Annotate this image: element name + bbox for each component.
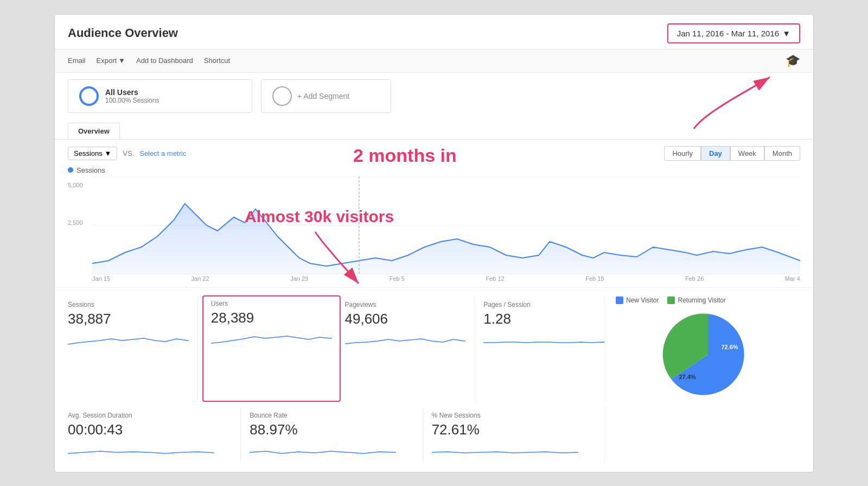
metric-selector: Sessions ▼ VS. Select a metric [68,147,186,160]
vs-label: VS. [123,149,134,157]
export-button[interactable]: Export ▼ [97,56,125,65]
stat-pages-session-value: 1.28 [483,311,604,327]
stats-row-2: Avg. Session Duration 00:00:43 Bounce Ra… [55,401,813,472]
stat-new-sessions-label: % New Sessions [432,412,596,419]
stat-bounce-rate-label: Bounce Rate [250,412,413,419]
y-axis-top: 5,000 [68,182,92,188]
all-users-segment: All Users 100.00% Sessions [68,79,252,113]
legend-returning-visitor-label: Returning Visitor [678,296,726,304]
stat-sessions-sparkline [68,331,189,347]
segments-row: All Users 100.00% Sessions + Add Segment [55,73,813,119]
date-range-label: Jan 11, 2016 - Mar 11, 2016 [677,29,779,38]
add-to-dashboard-button[interactable]: Add to Dashboard [136,56,193,65]
stat-pageviews-label: Pageviews [345,301,466,308]
month-btn[interactable]: Month [764,146,800,161]
stat-bounce-rate-sparkline [250,441,413,457]
stat-bounce-rate-value: 88.97% [250,421,413,438]
stat-pageviews-value: 49,606 [345,311,466,327]
pie-label-returning: 27.4% [679,374,695,380]
page-title: Audience Overview [68,26,178,40]
segment-sub: 100.00% Sessions [105,97,159,104]
segment-circle [79,86,99,106]
sessions-legend-dot [68,167,73,173]
stat-pageviews: Pageviews 49,606 [345,296,475,401]
date-range-arrow: ▼ [782,29,790,38]
add-segment-circle [272,86,292,106]
overview-tab[interactable]: Overview [68,123,120,139]
pie-chart-container: 72.6% 27.4% [616,308,800,401]
chart-canvas: ▼ [92,176,800,274]
stat-sessions-label: Sessions [68,301,189,308]
stat-users-value: 28,389 [211,310,332,326]
chart-with-yaxis: 5,000 2,500 0 [68,176,800,274]
hourly-btn[interactable]: Hourly [664,146,701,161]
sessions-legend-label: Sessions [76,166,105,174]
stat-pages-session-sparkline [483,331,604,347]
chart-area: Sessions ▼ VS. Select a metric Hourly Da… [55,139,813,282]
stat-avg-session-label: Avg. Session Duration [68,412,232,419]
toolbar: Email Export ▼ Add to Dashboard Shortcut… [55,49,813,73]
stat-pages-session: Pages / Session 1.28 [475,296,605,401]
x-label-jan29: Jan 29 [290,275,308,282]
day-btn[interactable]: Day [701,146,730,161]
main-container: Audience Overview Jan 11, 2016 - Mar 11,… [54,14,814,472]
stat-bounce-rate: Bounce Rate 88.97% [241,407,423,463]
legend-new-visitor: New Visitor [616,296,659,304]
stat-avg-session-sparkline [68,441,232,457]
x-label-mar4: Mar 4 [785,275,800,282]
chart-controls: Sessions ▼ VS. Select a metric Hourly Da… [68,146,800,161]
shortcut-button[interactable]: Shortcut [204,56,230,65]
legend-new-visitor-swatch [616,296,623,304]
segment-info: All Users 100.00% Sessions [105,88,159,104]
add-segment-label: + Add Segment [297,92,349,100]
email-button[interactable]: Email [68,56,86,65]
stat-sessions: Sessions 38,887 [68,296,198,401]
metric-arrow: ▼ [104,149,111,157]
stat-avg-session: Avg. Session Duration 00:00:43 [68,407,241,463]
date-range-button[interactable]: Jan 11, 2016 - Mar 11, 2016 ▼ [667,23,800,43]
x-label-jan22: Jan 22 [192,275,209,282]
sessions-legend: Sessions [68,166,800,174]
graduate-icon[interactable]: 🎓 [786,54,800,68]
chart-area-fill [92,204,800,274]
chart-svg: ▼ [92,176,800,274]
x-label-jan15: Jan 15 [92,275,110,282]
stat-sessions-value: 38,887 [68,311,189,327]
sessions-dropdown[interactable]: Sessions ▼ [68,147,117,160]
stat-pageviews-sparkline [345,331,466,347]
y-axis: 5,000 2,500 0 [68,176,92,274]
stat-users-label: Users [211,300,332,307]
x-label-feb12: Feb 12 [486,275,504,282]
add-segment-button[interactable]: + Add Segment [261,79,391,113]
pie-label-new: 72.6% [721,344,738,350]
time-buttons-group: Hourly Day Week Month [664,146,800,161]
x-label-feb26: Feb 26 [685,275,704,282]
stat-new-sessions-sparkline [432,441,596,457]
select-metric-link[interactable]: Select a metric [139,149,186,157]
stat-new-sessions: % New Sessions 72.61% [423,407,605,463]
legend-returning-visitor: Returning Visitor [667,296,726,304]
stat-pages-session-label: Pages / Session [483,301,604,308]
stat-filler [605,407,800,463]
stat-new-sessions-value: 72.61% [432,421,596,438]
legend-returning-visitor-swatch [667,296,675,304]
stat-avg-session-value: 00:00:43 [68,421,232,438]
stat-users-highlighted: Users 28,389 [202,295,341,402]
pie-chart-svg: 72.6% 27.4% [654,308,762,401]
x-label-feb5: Feb 5 [390,275,405,282]
export-arrow: ▼ [118,56,125,65]
stat-users-sparkline [211,330,332,346]
week-btn[interactable]: Week [730,146,764,161]
legend-new-visitor-label: New Visitor [626,296,659,304]
x-label-feb19: Feb 19 [585,275,604,282]
header: Audience Overview Jan 11, 2016 - Mar 11,… [55,15,813,49]
x-axis-labels: Jan 15 Jan 22 Jan 29 Feb 5 Feb 12 Feb 19… [68,274,800,282]
pie-chart-area: New Visitor Returning Visitor 72.6% [605,296,800,401]
stats-row-1: Sessions 38,887 Users 28,389 Pageviews 4… [55,287,813,401]
pie-legend: New Visitor Returning Visitor [616,296,800,304]
y-axis-mid: 2,500 [68,219,92,226]
segment-label: All Users [105,88,159,97]
tabs-area: Overview [55,119,813,139]
